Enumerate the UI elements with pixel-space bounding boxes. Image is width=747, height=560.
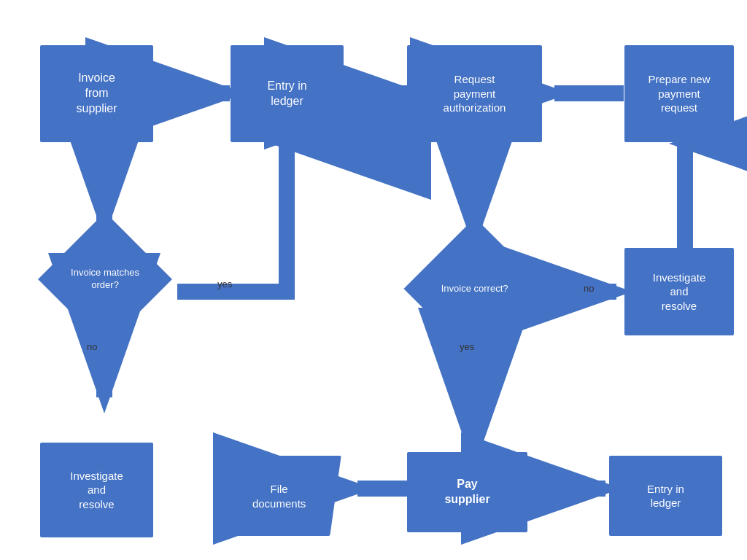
investigate-left-box: Investigate and resolve [40,443,153,537]
no-right-label: no [584,283,594,294]
yes-left-label: yes [217,279,232,289]
no-left-label: no [87,341,97,352]
file-documents-box: File documents [217,456,341,536]
invoice-matches-diamond: Invoice matches order? [40,222,170,335]
yes-bottom-label: yes [460,341,474,352]
entry-ledger-bottom-box: Entry in ledger [609,456,722,536]
invoice-supplier-box: Invoice from supplier [40,45,153,142]
invoice-correct-diamond: Invoice correct? [407,232,542,345]
request-payment-box: Request payment authorization [407,45,542,142]
flowchart: Invoice from supplier Entry in ledger Re… [0,0,747,560]
entry-ledger-top-box: Entry in ledger [231,45,344,142]
prepare-new-box: Prepare new payment request [624,45,734,142]
investigate-right-box: Investigate and resolve [624,248,734,335]
pay-supplier-box: Pay supplier [407,452,527,532]
